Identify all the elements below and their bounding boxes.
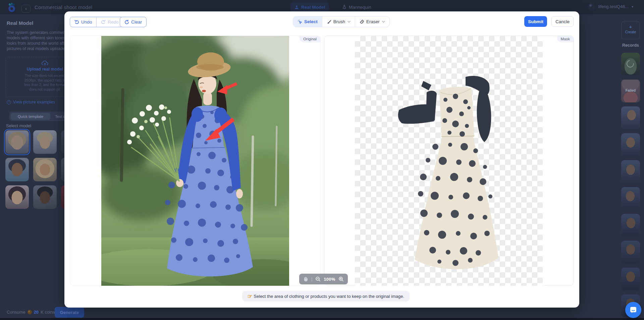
select-model-label: Select model <box>6 123 31 128</box>
brush-label: Brush <box>333 19 345 24</box>
chevron-down-icon <box>382 21 385 23</box>
model-thumb[interactable] <box>5 158 29 181</box>
coin-icon <box>28 310 32 314</box>
tip-bar: ☞ Select the area of clothing or product… <box>242 291 410 302</box>
record-thumb[interactable] <box>621 268 640 290</box>
app-logo-icon[interactable] <box>7 3 16 12</box>
original-tag: Original <box>300 36 320 42</box>
examples-link-label: View picture examples <box>13 100 55 104</box>
brush-tool-button[interactable]: Brush <box>322 16 355 27</box>
undo-label: Undo <box>81 19 92 25</box>
divider: | <box>311 277 312 281</box>
record-thumb[interactable] <box>621 106 640 129</box>
select-tool-button[interactable]: Select <box>293 16 322 27</box>
tab-quick-template[interactable]: Quick template <box>11 113 50 120</box>
record-thumb[interactable] <box>621 214 640 237</box>
tip-text: Select the area of clothing or products … <box>254 294 404 299</box>
model-thumb[interactable] <box>5 185 29 209</box>
record-thumb-loading[interactable] <box>621 53 640 76</box>
mask-image-canvas[interactable] <box>355 36 543 286</box>
person-icon <box>294 5 299 9</box>
user-menu[interactable]: lifeng.testQ46... ▾ <box>588 3 633 10</box>
select-label: Select <box>304 19 318 24</box>
model-thumb[interactable] <box>33 130 57 154</box>
app-root: ‹ Commercial shoot model Real Model Mann… <box>0 0 644 320</box>
bottom-strip <box>0 318 644 320</box>
coins-unit: K coins. <box>41 310 56 315</box>
consume-label: Consume <box>7 310 25 315</box>
eraser-tool-button[interactable]: Eraser <box>355 16 389 27</box>
mask-editor-dialog: Undo Redo Clear Select Brush Era <box>64 11 579 308</box>
sidebar-section-title: Real Model <box>7 20 33 26</box>
zoom-level: 100% <box>324 277 335 282</box>
record-thumb[interactable] <box>621 187 640 210</box>
eraser-label: Eraser <box>366 19 380 24</box>
tab-real-model-label: Real Model <box>301 5 325 10</box>
chat-bubble-icon <box>629 306 637 314</box>
tool-segmented-control: Select Brush Eraser <box>293 16 390 27</box>
page-title: Commercial shoot model <box>35 4 93 10</box>
tab-mannequin[interactable]: Mannequin <box>338 2 375 12</box>
question-circle-icon: ? <box>7 100 11 104</box>
original-panel: Original <box>70 36 321 285</box>
submit-button[interactable]: Submit <box>524 16 547 27</box>
eraser-icon <box>360 19 364 24</box>
plus-icon: + <box>622 24 640 30</box>
mask-tag: Mask <box>557 36 574 42</box>
cursor-click-icon <box>298 19 302 24</box>
model-thumb[interactable] <box>33 185 57 209</box>
record-thumb[interactable] <box>621 133 640 156</box>
clear-button[interactable]: Clear <box>120 17 147 27</box>
undo-redo-group: Undo Redo <box>70 17 123 27</box>
redo-button[interactable]: Redo <box>96 17 123 27</box>
create-label: Create <box>622 30 640 34</box>
spinner-icon <box>625 59 636 69</box>
brush-icon <box>327 19 331 24</box>
generate-button[interactable]: Generate <box>55 307 84 318</box>
chat-widget-button[interactable] <box>625 302 641 318</box>
mask-panel: Mask <box>324 36 574 285</box>
undo-button[interactable]: Undo <box>70 17 96 27</box>
canvas-zoom-bar: | 100% <box>299 274 348 284</box>
user-name: lifeng.testQ46... <box>598 4 629 9</box>
redo-icon <box>101 20 106 24</box>
clear-icon <box>124 20 129 25</box>
back-chevron-icon: ‹ <box>25 6 27 11</box>
back-button[interactable]: ‹ <box>21 5 31 13</box>
tab-mannequin-label: Mannequin <box>349 5 371 10</box>
zoom-in-icon[interactable] <box>338 276 344 282</box>
undo-icon <box>74 20 79 24</box>
mannequin-icon <box>342 5 346 9</box>
cancel-button[interactable]: Cancle <box>551 16 574 27</box>
tab-real-model[interactable]: Real Model <box>290 2 329 12</box>
create-button[interactable]: + Create <box>621 21 640 39</box>
record-thumb[interactable] <box>621 160 640 183</box>
model-thumb[interactable] <box>33 158 57 181</box>
model-thumb-selected[interactable] <box>5 130 29 154</box>
zoom-out-icon[interactable] <box>315 276 321 282</box>
chevron-down-icon <box>347 21 351 23</box>
records-title: Records <box>621 43 640 48</box>
avatar <box>588 3 595 10</box>
record-thumb-failed[interactable]: Failed <box>621 80 640 102</box>
coins-value: 20 <box>34 310 39 315</box>
clear-label: Clear <box>131 19 142 25</box>
original-image-canvas[interactable] <box>101 36 289 286</box>
redo-label: Redo <box>108 19 118 25</box>
consume-info: Consume 20 K coins. <box>7 310 56 315</box>
view-picture-examples-link[interactable]: ? View picture examples <box>7 100 55 104</box>
caret-down-icon: ▾ <box>632 5 633 8</box>
cloud-upload-icon <box>41 60 49 66</box>
record-thumb[interactable] <box>621 241 640 264</box>
failed-badge: Failed <box>621 88 640 92</box>
pan-hand-icon[interactable] <box>303 276 308 282</box>
pointing-hand-icon: ☞ <box>248 293 252 300</box>
